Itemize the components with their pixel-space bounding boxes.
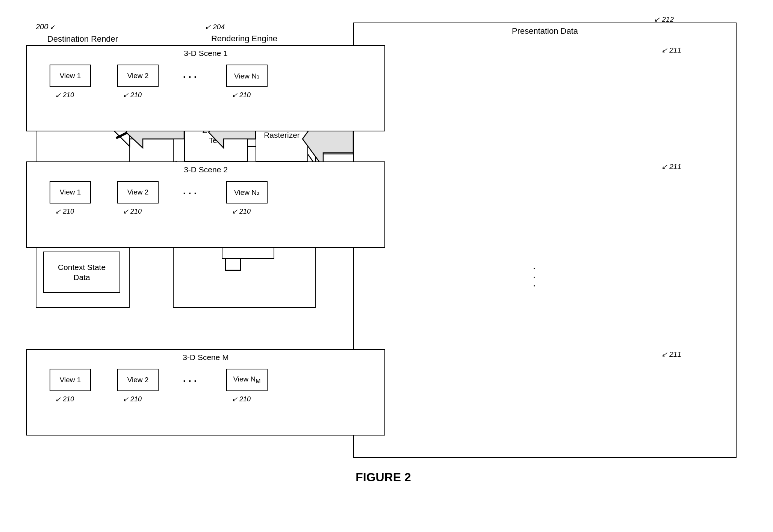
- presentation-data-title: Presentation Data: [353, 26, 737, 36]
- scene1-viewN: View N₁: [226, 65, 268, 87]
- scene1-view1-ref: ↙ 210: [55, 91, 74, 99]
- sceneM-dots: · · ·: [183, 375, 197, 387]
- dest-render-context-ref: 200 ↙: [36, 23, 56, 31]
- scene2-box: 3-D Scene 2 View 1 View 2 · · · View N₂ …: [26, 161, 385, 248]
- scene-dots-vertical: •••: [534, 267, 538, 288]
- presentation-data-box: [353, 23, 737, 458]
- sceneM-view1: View 1: [50, 369, 91, 391]
- scene1-title: 3-D Scene 1: [27, 49, 384, 58]
- scene1-view2: View 2: [117, 65, 159, 87]
- sceneM-ref: ↙ 211: [661, 350, 681, 359]
- scene2-viewN-ref: ↙ 210: [232, 207, 251, 216]
- sceneM-viewN: View NM: [226, 369, 268, 391]
- sceneM-box: 3-D Scene M View 1 View 2 · · · View NM …: [26, 349, 385, 436]
- rendering-engine-title: Rendering Engine: [173, 34, 316, 44]
- sceneM-view1-ref: ↙ 210: [55, 395, 74, 403]
- scene1-view2-ref: ↙ 210: [123, 91, 142, 99]
- scene2-viewN: View N₂: [226, 181, 268, 203]
- scene1-view1: View 1: [50, 65, 91, 87]
- figure-caption: FIGURE 2: [355, 470, 411, 484]
- scene2-dots: · · ·: [183, 188, 197, 199]
- scene2-view1: View 1: [50, 181, 91, 203]
- scene2-view2: View 2: [117, 181, 159, 203]
- scene2-title: 3-D Scene 2: [27, 165, 384, 174]
- scene1-box: 3-D Scene 1 View 1 View 2 · · · View N₁ …: [26, 45, 385, 131]
- rendering-engine-ref: ↙ 204: [205, 23, 225, 31]
- scene2-view1-ref: ↙ 210: [55, 207, 74, 216]
- sceneM-view2: View 2: [117, 369, 159, 391]
- scene1-viewN-ref: ↙ 210: [232, 91, 251, 99]
- presentation-data-ref: ↙ 212: [654, 15, 674, 24]
- scene2-ref: ↙ 211: [661, 162, 681, 171]
- diagram: 200 ↙ Destination Render Context Frame B…: [15, 15, 752, 496]
- sceneM-title: 3-D Scene M: [27, 353, 384, 362]
- sceneM-viewN-ref: ↙ 210: [232, 395, 251, 403]
- sceneM-view2-ref: ↙ 210: [123, 395, 142, 403]
- scene1-dots: · · ·: [183, 71, 197, 83]
- scene2-view2-ref: ↙ 210: [123, 207, 142, 216]
- context-state-data-box: Context State Data: [43, 252, 120, 293]
- scene1-ref: ↙ 211: [661, 46, 681, 54]
